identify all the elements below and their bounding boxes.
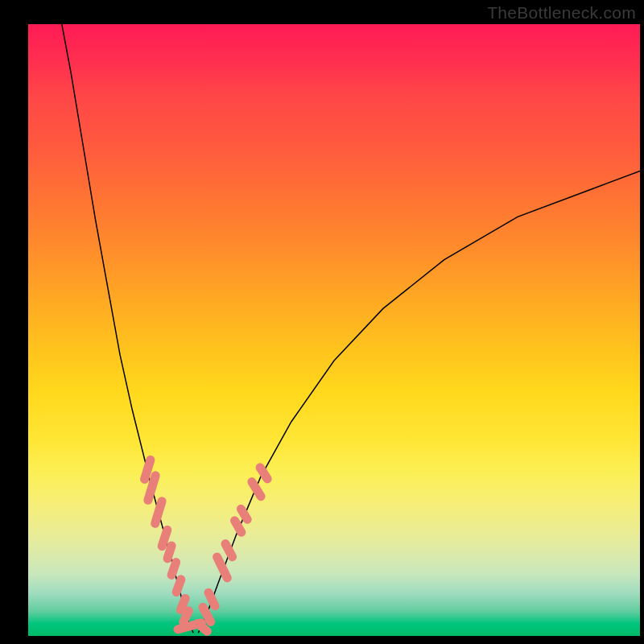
data-marker	[184, 611, 188, 622]
data-marker	[260, 468, 267, 479]
data-marker	[217, 557, 228, 578]
data-marker	[235, 521, 242, 532]
series-right-limb	[198, 171, 640, 633]
chart-plot-area	[28, 24, 640, 636]
data-marker	[208, 592, 215, 605]
data-marker	[162, 530, 167, 546]
watermark-text: TheBottleneck.com	[487, 3, 636, 23]
curve-layer	[62, 24, 640, 633]
data-marker	[171, 563, 175, 576]
data-marker	[225, 544, 233, 557]
data-marker	[176, 580, 181, 592]
series-left-limb	[62, 24, 193, 633]
data-marker	[180, 598, 185, 609]
data-marker	[241, 509, 247, 519]
data-marker	[145, 460, 151, 479]
chart-svg	[28, 24, 640, 636]
data-marker	[198, 623, 208, 631]
marker-layer	[145, 460, 268, 631]
data-marker	[167, 546, 171, 559]
